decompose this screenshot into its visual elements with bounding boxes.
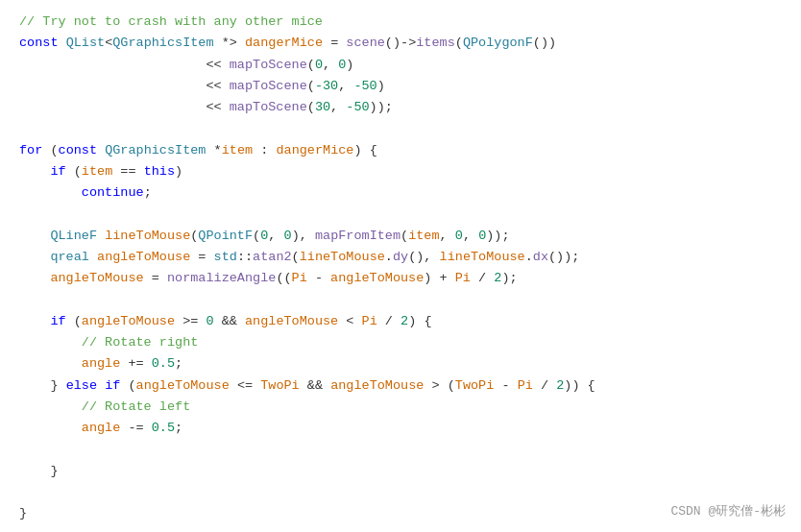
- watermark: CSDN @研究僧-彬彬: [670, 502, 786, 522]
- code-editor: // Try not to crash with any other mice …: [0, 0, 801, 532]
- comment-line-1: // Try not to crash with any other mice: [19, 14, 323, 29]
- comment-rotate-right: // Rotate right: [82, 335, 199, 350]
- code-content: // Try not to crash with any other mice …: [19, 12, 782, 524]
- comment-rotate-left: // Rotate left: [82, 399, 190, 414]
